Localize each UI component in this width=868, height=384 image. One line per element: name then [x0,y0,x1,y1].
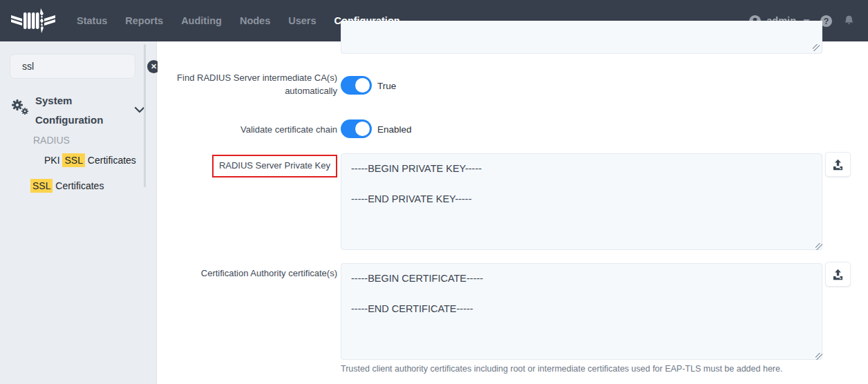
notifications-button[interactable] [842,15,856,28]
nav-item-reports[interactable]: Reports [119,10,169,32]
toggle-value-find-ca: True [377,81,396,91]
toggle-knob [355,122,370,136]
search-input[interactable] [22,61,147,72]
result-suffix: Certificates [53,180,104,191]
resize-handle-icon[interactable] [813,44,820,51]
svg-text:?: ? [824,16,829,26]
upload-icon [832,269,844,280]
sidebar-scrollbar[interactable] [144,44,146,187]
sidebar-group-radius: RADIUS [33,135,70,146]
field-label-private-key-highlighted: RADIUS Server Private Key [212,155,337,177]
ca-certificates-textarea[interactable] [341,263,822,360]
search-highlight: SSL [62,153,84,167]
toggle-validate-chain[interactable] [341,119,372,138]
sidebar-search[interactable]: ✕ [10,54,135,79]
field-label-find-ca: Find RADIUS Server intermediate CA(s) au… [164,72,337,98]
barbed-wire-logo-icon [11,7,55,35]
scrolled-textarea-partial[interactable] [341,21,822,54]
gears-icon [10,97,30,117]
sidebar-item-system-configuration[interactable]: System Configuration [10,91,145,130]
field-label-validate-chain: Validate certificate chain [164,124,337,137]
sidebar-item-ssl-certificates[interactable]: SSL Certificates [30,180,104,191]
private-key-textarea[interactable] [341,153,822,250]
nav-item-auditing[interactable]: Auditing [175,10,228,32]
search-highlight: SSL [30,179,53,193]
toggle-find-ca[interactable] [341,76,372,95]
result-prefix: PKI [44,155,62,166]
sidebar: ✕ [0,41,157,384]
resize-handle-icon[interactable] [815,243,822,250]
sidebar-section-label: System Configuration [35,91,118,130]
upload-private-key-button[interactable] [825,152,851,177]
nav-item-nodes[interactable]: Nodes [234,10,276,32]
upload-icon [832,159,844,171]
ca-certs-help-text: Trusted client authority certificates in… [341,364,838,374]
toggle-value-validate-chain: Enabled [377,124,412,135]
result-suffix: Certificates [85,155,136,166]
nav-item-users[interactable]: Users [282,10,322,32]
upload-ca-certs-button[interactable] [825,262,851,287]
toggle-knob [355,78,370,93]
resize-handle-icon[interactable] [815,353,822,360]
packetfence-logo[interactable] [11,6,61,36]
field-label-ca-certs: Certification Authority certificate(s) [164,267,337,280]
app-window: Status Reports Auditing Nodes Users Conf… [0,0,868,384]
field-label-private-key-wrap: RADIUS Server Private Key [164,155,337,177]
nav-item-status[interactable]: Status [70,10,113,32]
form-content: Find RADIUS Server intermediate CA(s) au… [158,41,868,384]
sidebar-item-pki-ssl-certificates[interactable]: PKI SSL Certificates [44,155,136,166]
bell-icon [843,15,855,27]
